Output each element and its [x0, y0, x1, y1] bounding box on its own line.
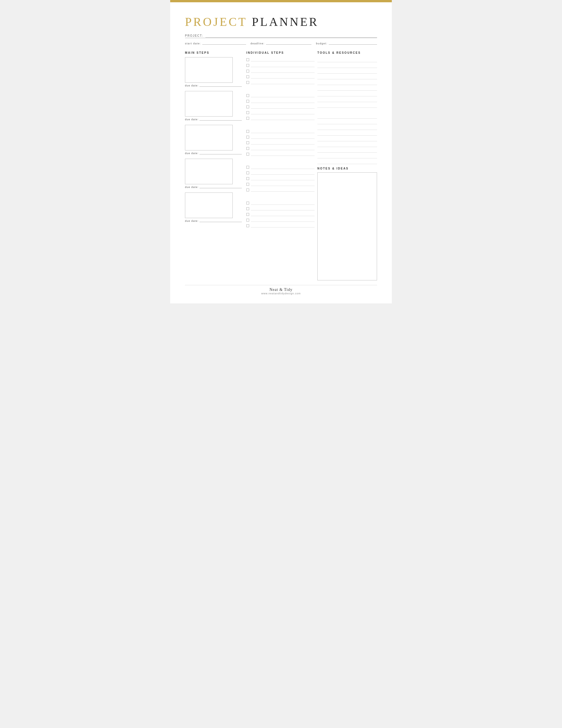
tools-line[interactable]	[317, 142, 377, 147]
main-step-box-1[interactable]	[185, 57, 233, 83]
individual-steps-group-1	[246, 57, 314, 85]
title-row: PROJECT PLANNER	[185, 15, 377, 28]
tools-line[interactable]	[317, 136, 377, 141]
tools-line[interactable]	[317, 131, 377, 136]
budget-field[interactable]: budget:	[316, 42, 377, 45]
checkbox-row[interactable]	[246, 74, 314, 79]
due-date-5[interactable]: due date:	[185, 220, 242, 222]
notes-box[interactable]	[317, 172, 377, 280]
checkbox-row[interactable]	[246, 129, 314, 134]
due-date-label-3: due date:	[185, 152, 199, 155]
due-date-label-1: due date:	[185, 84, 199, 87]
checkbox-row[interactable]	[246, 63, 314, 68]
tools-line[interactable]	[317, 125, 377, 130]
tools-line[interactable]	[317, 80, 377, 85]
footer: Neat & Tidy www.neatandtidydesign.com	[185, 285, 377, 295]
deadline-label: deadline:	[251, 42, 265, 45]
due-date-label-4: due date:	[185, 186, 199, 189]
project-label: PROJECT:	[185, 34, 203, 37]
tools-line[interactable]	[317, 91, 377, 96]
individual-steps-group-4	[246, 165, 314, 193]
individual-steps-header: INDIVIDUAL STEPS	[242, 51, 314, 54]
checkbox-row[interactable]	[246, 165, 314, 170]
project-field[interactable]: PROJECT:	[185, 34, 377, 38]
tools-resources-header: TOOLS & RESOURCES	[314, 51, 377, 54]
page: PROJECT PLANNER PROJECT: start date: dea…	[170, 0, 392, 303]
checkbox-row[interactable]	[246, 218, 314, 223]
notes-section: NOTES & IDEAS	[317, 167, 377, 280]
checkbox-row[interactable]	[246, 104, 314, 109]
tools-line[interactable]	[317, 74, 377, 79]
title-part1: PROJECT	[185, 15, 247, 28]
main-steps-col: due date: due date: due date:	[185, 57, 242, 280]
budget-label: budget:	[316, 42, 327, 45]
columns-header: MAIN STEPS INDIVIDUAL STEPS TOOLS & RESO…	[185, 51, 377, 54]
checkbox-row[interactable]	[246, 146, 314, 151]
deadline-field[interactable]: deadline:	[251, 42, 312, 45]
checkbox-row[interactable]	[246, 212, 314, 217]
tools-line[interactable]	[317, 63, 377, 68]
main-step-block-3: due date:	[185, 125, 242, 155]
right-col: NOTES & IDEAS	[314, 57, 377, 280]
checkbox-row[interactable]	[246, 187, 314, 193]
tools-group-2	[317, 113, 377, 164]
main-step-block-2: due date:	[185, 91, 242, 121]
individual-steps-group-2	[246, 93, 314, 121]
due-date-4[interactable]: due date:	[185, 186, 242, 189]
start-date-field[interactable]: start date:	[185, 42, 246, 45]
top-bar	[170, 0, 392, 2]
individual-steps-group-3	[246, 129, 314, 157]
tools-line[interactable]	[317, 69, 377, 74]
checkbox-row[interactable]	[246, 110, 314, 115]
due-date-label-2: due date:	[185, 118, 199, 121]
footer-url: www.neatandtidydesign.com	[185, 292, 377, 295]
main-step-block-4: due date:	[185, 159, 242, 189]
main-step-box-3[interactable]	[185, 125, 233, 150]
due-date-2[interactable]: due date:	[185, 118, 242, 121]
checkbox-row[interactable]	[246, 170, 314, 175]
main-step-box-5[interactable]	[185, 193, 233, 218]
checkbox-row[interactable]	[246, 135, 314, 140]
meta-row: start date: deadline: budget:	[185, 42, 377, 45]
main-step-block-1: due date:	[185, 57, 242, 87]
tools-line[interactable]	[317, 113, 377, 119]
tools-line[interactable]	[317, 153, 377, 158]
tools-line[interactable]	[317, 86, 377, 91]
tools-line[interactable]	[317, 97, 377, 102]
due-date-1[interactable]: due date:	[185, 84, 242, 87]
checkbox-row[interactable]	[246, 57, 314, 62]
tools-line[interactable]	[317, 57, 377, 62]
tools-line[interactable]	[317, 103, 377, 108]
tools-group-1	[317, 57, 377, 108]
main-steps-header: MAIN STEPS	[185, 51, 242, 54]
checkbox-row[interactable]	[246, 223, 314, 228]
start-date-label: start date:	[185, 42, 201, 45]
tools-line[interactable]	[317, 148, 377, 153]
individual-steps-group-5	[246, 200, 314, 228]
due-date-label-5: due date:	[185, 220, 199, 222]
checkbox-row[interactable]	[246, 182, 314, 187]
checkbox-row[interactable]	[246, 80, 314, 85]
checkbox-row[interactable]	[246, 152, 314, 157]
checkbox-row[interactable]	[246, 116, 314, 121]
title-part2: PLANNER	[252, 15, 319, 28]
individual-steps-col	[242, 57, 314, 280]
tools-line[interactable]	[317, 159, 377, 164]
notes-ideas-header: NOTES & IDEAS	[317, 167, 377, 170]
content-area: due date: due date: due date:	[185, 57, 377, 280]
due-date-3[interactable]: due date:	[185, 152, 242, 155]
main-step-box-4[interactable]	[185, 159, 233, 184]
checkbox-row[interactable]	[246, 140, 314, 145]
checkbox-row[interactable]	[246, 99, 314, 104]
checkbox-row[interactable]	[246, 206, 314, 211]
main-step-block-5: due date:	[185, 193, 242, 222]
main-step-box-2[interactable]	[185, 91, 233, 117]
footer-brand: Neat & Tidy	[185, 288, 377, 292]
checkbox-row[interactable]	[246, 176, 314, 181]
checkbox-row[interactable]	[246, 200, 314, 206]
tools-line[interactable]	[317, 119, 377, 124]
checkbox-row[interactable]	[246, 93, 314, 98]
checkbox-row[interactable]	[246, 69, 314, 74]
